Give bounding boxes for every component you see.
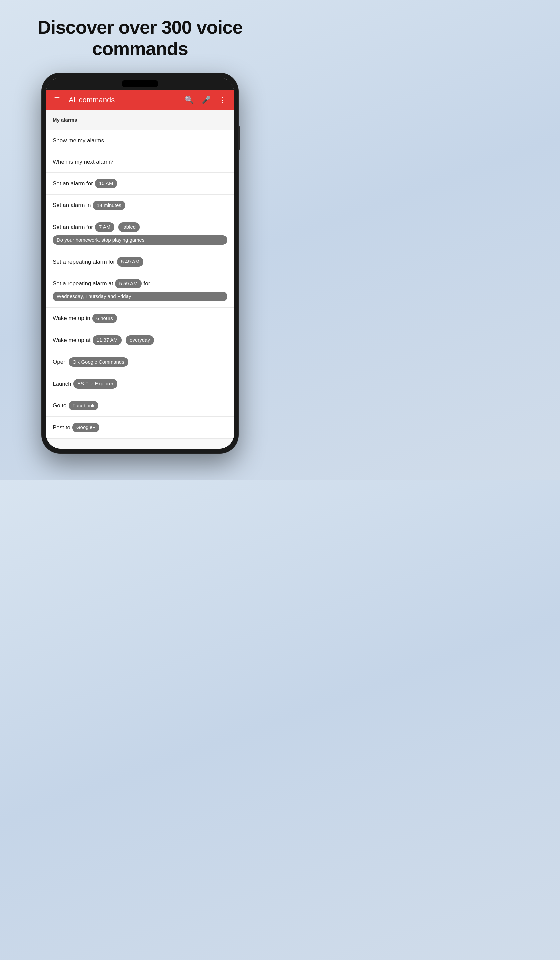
app-bar: ☰ All commands 🔍 🎤 ⋮ [46,90,234,110]
page-title: Discover over 300 voice commands [0,0,280,73]
cmd-text: Wake me up at [53,336,91,345]
list-item[interactable]: Post to Google+ [46,417,234,439]
notch-bar [46,78,234,90]
cmd-badge: 10 AM [95,179,117,188]
cmd-text: Set an alarm for [53,223,93,232]
phone-screen: ☰ All commands 🔍 🎤 ⋮ My alarmsShow me my… [46,78,234,449]
phone-body: ☰ All commands 🔍 🎤 ⋮ My alarmsShow me my… [42,73,238,453]
cmd-badge: Google+ [72,423,99,432]
cmd-text: Go to [53,402,67,410]
list-item[interactable]: Set an alarm for 7 AM labledDo your home… [46,216,234,251]
cmd-text: Set an alarm for [53,179,93,188]
search-icon[interactable]: 🔍 [183,94,196,106]
list-item[interactable]: My alarms [46,110,234,130]
list-item[interactable]: Wake me up at 11:37 AM everyday [46,329,234,351]
cmd-text: Wake me up in [53,314,90,323]
menu-icon[interactable]: ☰ [52,94,62,106]
list-item[interactable]: Set an alarm for 10 AM [46,173,234,195]
cmd-text: Post to [53,423,70,432]
list-item[interactable]: Show me my alarms [46,130,234,151]
cmd-text: Set a repeating alarm for [53,258,115,266]
cmd-badge: 6 hours [92,314,117,323]
app-bar-title: All commands [69,96,179,104]
cmd-badge-block: Wednesday, Thursday and Friday [53,292,227,301]
notch-pill [122,80,158,87]
list-item[interactable]: Wake me up in 6 hours [46,308,234,330]
list-item[interactable]: Set a repeating alarm for 5:49 AM [46,251,234,273]
cmd-text: for [144,279,150,288]
list-item[interactable]: Set a repeating alarm at 5:59 AM forWedn… [46,273,234,308]
list-item[interactable]: Open OK Google Commands [46,351,234,373]
cmd-badge: Facebook [69,401,99,411]
list-item[interactable]: Go to Facebook [46,395,234,417]
mic-icon[interactable]: 🎤 [200,94,213,106]
cmd-badge: 7 AM [95,222,114,232]
cmd-badge: OK Google Commands [69,357,128,367]
phone-frame: ☰ All commands 🔍 🎤 ⋮ My alarmsShow me my… [42,73,238,453]
cmd-badge-block: Do your homework, stop playing games [53,235,227,245]
cmd-text: Set a repeating alarm at [53,279,113,288]
cmd-badge: labled [118,222,140,232]
more-icon[interactable]: ⋮ [217,94,228,106]
command-list: My alarmsShow me my alarmsWhen is my nex… [46,110,234,439]
cmd-badge: 5:59 AM [115,279,141,289]
cmd-badge: ES File Explorer [73,379,117,389]
cmd-text: Open [53,358,67,366]
list-item[interactable]: Set an alarm in 14 minutes [46,195,234,217]
list-item[interactable]: When is my next alarm? [46,151,234,173]
cmd-badge: 5:49 AM [117,257,143,267]
cmd-badge: 14 minutes [93,201,125,210]
cmd-text: Launch [53,380,71,388]
screen-bottom [46,439,234,449]
cmd-text: Set an alarm in [53,201,91,210]
cmd-badge: 11:37 AM [93,335,122,345]
list-item[interactable]: Launch ES File Explorer [46,373,234,395]
cmd-badge: everyday [126,335,154,345]
